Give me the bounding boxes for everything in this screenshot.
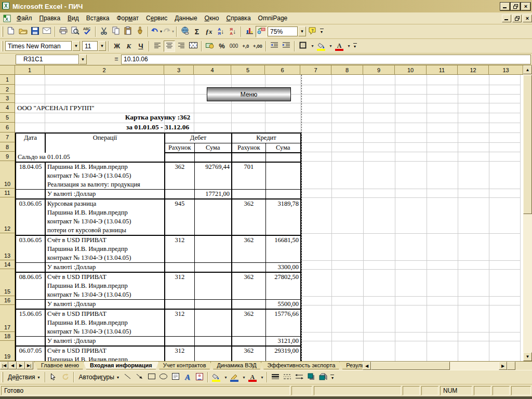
row-header[interactable]: 6 bbox=[0, 123, 15, 132]
cell-debit-sum[interactable] bbox=[194, 300, 232, 310]
dash-style-button[interactable] bbox=[282, 371, 293, 383]
vertical-scrollbar[interactable]: ▲ ▼ bbox=[523, 65, 532, 361]
toolbar-options-button[interactable]: ▾ bbox=[318, 26, 325, 37]
row-header[interactable]: 17 bbox=[0, 305, 15, 332]
spreadsheet-grid[interactable]: 1 2 3 4 5 6 7 8 9 10 11 12 13 1 2 3 4 5 … bbox=[0, 65, 523, 361]
new-button[interactable] bbox=[5, 26, 17, 37]
cell-debit-account[interactable]: 312 bbox=[165, 346, 194, 361]
sheet-tab-dynamics[interactable]: Динамика ВЭД bbox=[210, 362, 263, 369]
threed-button[interactable] bbox=[317, 371, 329, 383]
row-header[interactable]: 16 bbox=[0, 296, 15, 305]
vertical-scroll-thumb[interactable] bbox=[523, 75, 532, 214]
cell-credit-sum[interactable]: 3189,78 bbox=[265, 199, 301, 235]
cell-debit-sum[interactable]: 92769,44 bbox=[194, 162, 232, 190]
row-header[interactable]: 4 bbox=[0, 103, 15, 113]
toolbar-options-button[interactable]: ▾ bbox=[352, 41, 358, 52]
row-header[interactable]: 13 bbox=[0, 233, 15, 260]
column-header[interactable]: 4 bbox=[194, 65, 231, 75]
scroll-down-button[interactable]: ▼ bbox=[523, 352, 532, 361]
align-right-button[interactable] bbox=[176, 41, 187, 52]
font-color-dropdown-arrow[interactable]: ▾ bbox=[259, 371, 264, 383]
cell-currency-label[interactable]: У валюті :Доллар bbox=[45, 300, 165, 310]
row-header[interactable]: 14 bbox=[0, 260, 15, 269]
line-color-button[interactable] bbox=[229, 371, 240, 383]
row-header[interactable]: 7 bbox=[0, 132, 15, 142]
autocalculate-panel[interactable] bbox=[314, 386, 401, 395]
align-left-button[interactable] bbox=[152, 41, 163, 52]
formula-input[interactable]: 10.10.06 bbox=[121, 55, 531, 64]
tab-scroll-next-button[interactable]: ▶ bbox=[17, 362, 25, 369]
cell-debit-account[interactable]: 945 bbox=[165, 199, 194, 235]
column-header[interactable]: 13 bbox=[489, 65, 523, 75]
cell-date[interactable]: 03.06.05 bbox=[16, 199, 45, 235]
shadow-button[interactable] bbox=[305, 371, 317, 383]
menu-window[interactable]: Окно bbox=[201, 14, 223, 23]
column-header[interactable]: 1 bbox=[15, 65, 45, 75]
column-header[interactable]: 7 bbox=[300, 65, 331, 75]
cell-operation[interactable]: Курсовая разницаПаршина И.В. Индив.предп… bbox=[45, 199, 165, 235]
menu-insert[interactable]: Вставка bbox=[83, 14, 113, 23]
header-date[interactable]: Дата bbox=[16, 133, 45, 153]
scroll-right-button[interactable]: ▶ bbox=[499, 362, 507, 370]
cell-credit-account[interactable]: 362 bbox=[232, 235, 265, 263]
print-button[interactable] bbox=[58, 26, 69, 37]
cell-credit-sum[interactable]: 29319,00 bbox=[265, 346, 301, 361]
saldo-label[interactable]: Сальдо на 01.01.05 bbox=[16, 153, 165, 162]
copy-button[interactable] bbox=[110, 26, 122, 37]
cell-credit-sum[interactable]: 3300,00 bbox=[265, 263, 301, 273]
menu-macro-button[interactable]: Меню bbox=[207, 87, 291, 101]
cell-debit-account[interactable]: 362 bbox=[165, 162, 194, 190]
cell-debit-account[interactable]: 312 bbox=[165, 272, 194, 300]
card-title[interactable]: Картка рахунку :362 bbox=[15, 113, 300, 122]
cell-date[interactable]: 03.06.05 bbox=[16, 235, 45, 263]
line-tool-button[interactable] bbox=[122, 371, 134, 383]
sheet-tab-export-efficiency[interactable]: Эффективность экспорта bbox=[261, 362, 342, 369]
comma-style-button[interactable]: 000 bbox=[228, 41, 240, 52]
minimize-button[interactable] bbox=[500, 3, 510, 10]
cell-currency-label[interactable]: У валюті :Доллар bbox=[45, 263, 165, 273]
header-credit-account[interactable]: Рахунок bbox=[232, 143, 265, 153]
undo-button[interactable]: ▾ bbox=[151, 26, 162, 37]
row-header[interactable]: 9 bbox=[0, 152, 15, 161]
save-button[interactable] bbox=[29, 26, 41, 37]
close-button[interactable]: × bbox=[521, 3, 530, 10]
column-header[interactable]: 3 bbox=[164, 65, 194, 75]
sheet-tab-input-info[interactable]: Входная информация bbox=[83, 362, 159, 369]
format-painter-button[interactable] bbox=[134, 26, 145, 37]
cell-credit-sum[interactable] bbox=[265, 162, 301, 190]
paste-button[interactable] bbox=[122, 26, 134, 37]
account-card-table[interactable]: Дата Операції Дебет Кредит Рахунок Сума … bbox=[15, 132, 301, 361]
sheet-close-button[interactable]: × bbox=[523, 15, 532, 22]
cell-debit-sum[interactable] bbox=[194, 235, 232, 263]
paste-function-button[interactable]: ƒx bbox=[203, 26, 215, 37]
toolbar-grip[interactable] bbox=[2, 26, 3, 37]
cell-credit-account[interactable]: 362 bbox=[232, 272, 265, 300]
borders-button[interactable] bbox=[297, 41, 309, 52]
increase-indent-button[interactable] bbox=[281, 41, 292, 52]
cell-debit-account[interactable]: 312 bbox=[165, 309, 194, 337]
row-header[interactable]: 8 bbox=[0, 142, 15, 152]
increase-decimal-button[interactable]: +,0 bbox=[240, 41, 251, 52]
tab-scroll-first-button[interactable]: |◀ bbox=[0, 362, 8, 369]
italic-button[interactable]: К bbox=[123, 41, 135, 52]
name-box[interactable]: R31C1 bbox=[16, 55, 79, 64]
autosum-button[interactable]: Σ bbox=[191, 26, 203, 37]
spelling-button[interactable]: ABC bbox=[82, 26, 93, 37]
cell-credit-sum[interactable]: 3121,00 bbox=[265, 337, 301, 347]
merge-center-button[interactable]: a bbox=[188, 41, 199, 52]
sheet-minimize-button[interactable] bbox=[502, 15, 511, 22]
underline-button[interactable]: Ч bbox=[135, 41, 147, 52]
sheet-restore-button[interactable] bbox=[512, 15, 522, 22]
scroll-left-button[interactable]: ◀ bbox=[363, 362, 371, 370]
fill-color-dropdown-arrow[interactable]: ▾ bbox=[222, 371, 228, 383]
cell-credit-sum[interactable]: 27802,50 bbox=[265, 272, 301, 300]
select-all-corner[interactable] bbox=[0, 65, 15, 75]
decrease-indent-button[interactable] bbox=[269, 41, 280, 52]
column-header[interactable]: 12 bbox=[458, 65, 489, 75]
email-button[interactable] bbox=[41, 26, 52, 37]
cell-debit-sum[interactable] bbox=[194, 346, 232, 361]
open-button[interactable] bbox=[17, 26, 29, 37]
cell-operation[interactable]: Счёт в USD ПРИВАТПаршина И.В. Индив.пред… bbox=[45, 346, 165, 361]
font-size-dropdown-arrow[interactable]: ▼ bbox=[98, 41, 106, 51]
autoshapes-button[interactable]: Автофигуры▾ bbox=[76, 371, 122, 383]
